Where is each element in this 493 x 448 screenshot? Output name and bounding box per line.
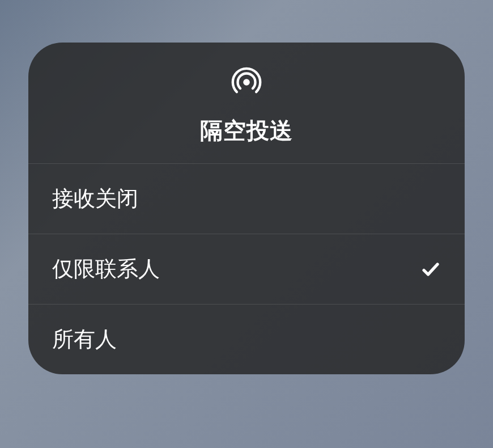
checkmark-icon [420,259,441,280]
option-contacts-only[interactable]: 仅限联系人 [28,234,465,305]
options-list: 接收关闭 仅限联系人 所有人 [28,164,465,374]
panel-header: 隔空投送 [28,43,465,164]
option-receiving-off[interactable]: 接收关闭 [28,164,465,234]
airdrop-icon [227,63,266,102]
airdrop-panel: 隔空投送 接收关闭 仅限联系人 所有人 [28,43,465,374]
option-label: 接收关闭 [52,184,138,213]
option-label: 所有人 [52,325,117,354]
panel-title: 隔空投送 [200,115,293,146]
option-label: 仅限联系人 [52,255,160,284]
option-everyone[interactable]: 所有人 [28,305,465,374]
svg-point-0 [243,79,250,86]
